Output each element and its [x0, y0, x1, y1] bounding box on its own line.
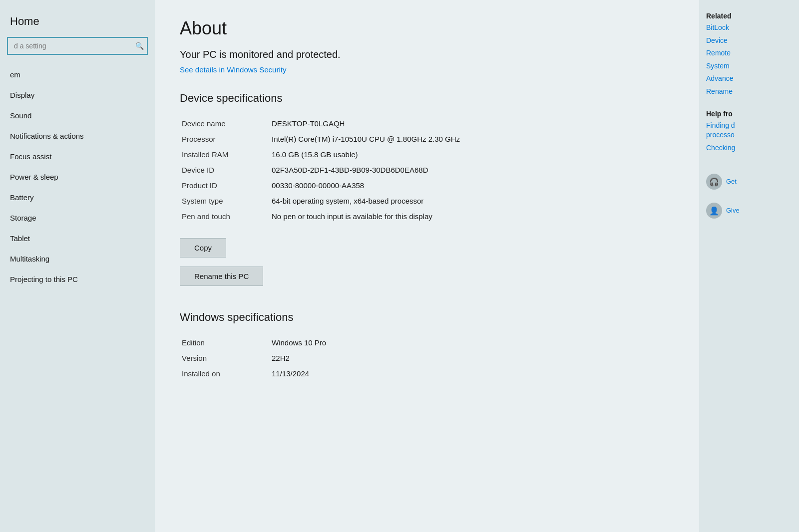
rename-link[interactable]: Rename — [706, 87, 792, 97]
windows-specs-table: Edition Windows 10 Pro Version 22H2 Inst… — [180, 335, 669, 381]
windows-section-title: Windows specifications — [180, 311, 669, 324]
checking-link[interactable]: Checking — [706, 143, 792, 153]
spec-label: Edition — [180, 335, 270, 350]
spec-label: Pen and touch — [180, 209, 270, 224]
spec-value: No pen or touch input is available for t… — [270, 209, 669, 224]
spec-value: DESKTOP-T0LGAQH — [270, 116, 669, 131]
person-icon: 👤 — [706, 203, 722, 219]
spec-label: Version — [180, 350, 270, 366]
headset-icon: 🎧 — [706, 174, 722, 190]
table-row: Product ID 00330-80000-00000-AA358 — [180, 178, 669, 193]
sidebar: Home 🔍 em Display Sound Notifications & … — [0, 0, 155, 532]
finding-link[interactable]: Finding d processo — [706, 121, 792, 140]
spec-label: Installed on — [180, 366, 270, 381]
button-row: Copy Rename this PC — [180, 238, 669, 293]
page-title: About — [180, 18, 669, 39]
spec-label: System type — [180, 193, 270, 209]
help-section: Help fro Finding d processo Checking — [706, 110, 792, 156]
sidebar-item-battery[interactable]: Battery — [0, 188, 155, 207]
table-row: Installed on 11/13/2024 — [180, 366, 669, 381]
sidebar-home[interactable]: Home — [0, 10, 155, 36]
sidebar-item-storage[interactable]: Storage — [0, 208, 155, 228]
spec-label: Device ID — [180, 162, 270, 178]
search-input[interactable] — [7, 37, 148, 55]
sidebar-item-display[interactable]: Display — [0, 85, 155, 105]
spec-label: Installed RAM — [180, 147, 270, 162]
spec-value: Intel(R) Core(TM) i7-10510U CPU @ 1.80GH… — [270, 131, 669, 147]
spec-label: Processor — [180, 131, 270, 147]
sidebar-item-notifications[interactable]: Notifications & actions — [0, 126, 155, 146]
give-row: 👤 Give — [706, 203, 792, 219]
table-row: Installed RAM 16.0 GB (15.8 GB usable) — [180, 147, 669, 162]
help-title: Help fro — [706, 110, 792, 118]
sidebar-item-system[interactable]: em — [0, 65, 155, 84]
spec-value: Windows 10 Pro — [270, 335, 669, 350]
main-content: About Your PC is monitored and protected… — [155, 0, 699, 532]
copy-button[interactable]: Copy — [180, 238, 226, 258]
protection-text: Your PC is monitored and protected. — [180, 49, 669, 60]
right-panel: Related BitLock Device Remote System Adv… — [699, 0, 799, 532]
device-section-title: Device specifications — [180, 92, 669, 105]
table-row: Pen and touch No pen or touch input is a… — [180, 209, 669, 224]
security-link[interactable]: See details in Windows Security — [180, 65, 286, 74]
spec-label: Device name — [180, 116, 270, 131]
sidebar-item-sound[interactable]: Sound — [0, 106, 155, 125]
table-row: System type 64-bit operating system, x64… — [180, 193, 669, 209]
sidebar-item-multitasking[interactable]: Multitasking — [0, 249, 155, 268]
advanced-link[interactable]: Advance — [706, 74, 792, 84]
related-title: Related — [706, 12, 792, 20]
search-wrapper: 🔍 — [7, 37, 148, 55]
table-row: Device name DESKTOP-T0LGAQH — [180, 116, 669, 131]
remote-link[interactable]: Remote — [706, 48, 792, 58]
table-row: Processor Intel(R) Core(TM) i7-10510U CP… — [180, 131, 669, 147]
sidebar-item-focus[interactable]: Focus assist — [0, 147, 155, 166]
spec-label: Product ID — [180, 178, 270, 193]
spec-value: 02F3A50D-2DF1-43BD-9B09-30DB6D0EA68D — [270, 162, 669, 178]
device-link[interactable]: Device — [706, 36, 792, 46]
spec-value: 00330-80000-00000-AA358 — [270, 178, 669, 193]
give-label[interactable]: Give — [726, 207, 740, 215]
sidebar-item-tablet[interactable]: Tablet — [0, 229, 155, 248]
search-icon-button[interactable]: 🔍 — [135, 42, 144, 50]
get-label[interactable]: Get — [726, 178, 737, 186]
spec-value: 11/13/2024 — [270, 366, 669, 381]
bitlocker-link[interactable]: BitLock — [706, 23, 792, 33]
table-row: Device ID 02F3A50D-2DF1-43BD-9B09-30DB6D… — [180, 162, 669, 178]
related-section: Related BitLock Device Remote System Adv… — [706, 12, 792, 100]
table-row: Edition Windows 10 Pro — [180, 335, 669, 350]
table-row: Version 22H2 — [180, 350, 669, 366]
device-specs-table: Device name DESKTOP-T0LGAQH Processor In… — [180, 116, 669, 224]
spec-value: 22H2 — [270, 350, 669, 366]
spec-value: 16.0 GB (15.8 GB usable) — [270, 147, 669, 162]
get-row: 🎧 Get — [706, 174, 792, 190]
sidebar-item-projecting[interactable]: Projecting to this PC — [0, 269, 155, 289]
rename-pc-button[interactable]: Rename this PC — [180, 266, 263, 286]
spec-value: 64-bit operating system, x64-based proce… — [270, 193, 669, 209]
sidebar-item-power[interactable]: Power & sleep — [0, 167, 155, 187]
system-link[interactable]: System — [706, 61, 792, 71]
